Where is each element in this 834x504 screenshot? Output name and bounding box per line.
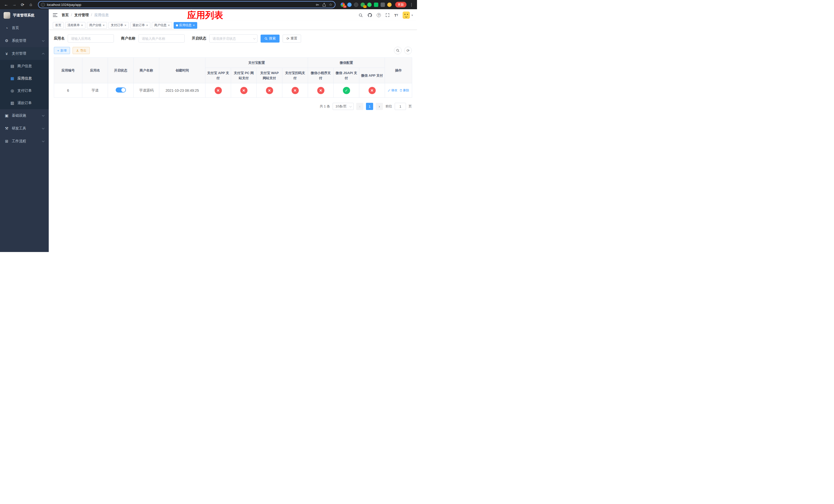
fullscreen-icon[interactable] bbox=[386, 13, 390, 17]
close-icon[interactable]: × bbox=[81, 24, 83, 27]
extensions-puzzle-icon[interactable] bbox=[380, 3, 385, 7]
app-shell: 芋道管理系统 ◔ 首页 ⚙ 系统管理 ¥ 支付管理 bbox=[0, 9, 417, 252]
close-icon[interactable]: × bbox=[124, 24, 127, 27]
browser-back-button[interactable]: ← bbox=[3, 1, 10, 8]
refresh-table-button[interactable]: ⟳ bbox=[404, 47, 412, 54]
extension-icon-dark[interactable] bbox=[354, 3, 358, 7]
extension-icon-1[interactable]: 10 bbox=[341, 3, 345, 7]
tab-pay-orders[interactable]: 支付订单 × bbox=[109, 22, 129, 29]
active-tab-dot bbox=[176, 24, 178, 26]
sidebar-item-merchant-info[interactable]: ▤ 商户信息 bbox=[0, 60, 49, 72]
add-button[interactable]: + 新增 bbox=[54, 47, 70, 54]
avatar-badge: 1 bbox=[364, 5, 367, 8]
main-area: 首页 支付管理 应用信息 应用列表 ? TT bbox=[49, 9, 417, 252]
font-size-icon[interactable]: TT bbox=[394, 13, 398, 18]
tab-refund-orders[interactable]: 退款订单 × bbox=[130, 22, 151, 29]
share-icon[interactable] bbox=[322, 3, 326, 7]
chevron-down-icon bbox=[42, 39, 45, 42]
edit-link[interactable]: 修改 bbox=[388, 88, 397, 93]
address-bar[interactable]: i localhost:1024/pay/app ☆ bbox=[38, 1, 335, 8]
wechat-app-status-icon bbox=[369, 87, 376, 94]
merchant-name-label: 商户名称 bbox=[121, 36, 135, 41]
status-select-input[interactable] bbox=[209, 35, 258, 43]
status-toggle[interactable] bbox=[116, 87, 126, 93]
tab-user-group[interactable]: 用户分组 × bbox=[87, 22, 107, 29]
sidebar-item-label: 系统管理 bbox=[12, 39, 26, 43]
search-icon[interactable] bbox=[358, 13, 363, 18]
browser-home-button[interactable]: ⌂ bbox=[27, 1, 35, 8]
app-logo-row[interactable]: 芋道管理系统 bbox=[0, 9, 49, 22]
bookmark-star-icon[interactable]: ☆ bbox=[329, 2, 332, 7]
extension-icon-wechat[interactable] bbox=[374, 3, 378, 7]
grid-icon: ▦ bbox=[10, 76, 14, 81]
url-text[interactable]: localhost:1024/pay/app bbox=[47, 3, 313, 7]
sidebar-item-system[interactable]: ⚙ 系统管理 bbox=[0, 35, 49, 47]
tab-label: 商户信息 bbox=[154, 23, 167, 27]
close-icon[interactable]: × bbox=[168, 24, 170, 27]
delete-link[interactable]: 删除 bbox=[399, 88, 409, 93]
app-name-input[interactable] bbox=[68, 35, 114, 43]
tab-app-info[interactable]: 应用信息 × bbox=[174, 22, 197, 29]
card-icon: ▤ bbox=[10, 64, 14, 68]
chevron-up-icon bbox=[42, 53, 45, 55]
sidebar-item-workflow[interactable]: ⊞ 工作流程 bbox=[0, 135, 49, 148]
sidebar-item-refund-orders[interactable]: ▥ 退款订单 bbox=[0, 97, 49, 109]
page-size-select[interactable]: 10条/页 bbox=[333, 103, 354, 110]
sidebar-toggle-icon[interactable] bbox=[53, 13, 58, 17]
extension-icon-check[interactable] bbox=[367, 3, 372, 7]
close-icon[interactable]: × bbox=[103, 24, 105, 27]
cell-app-name: 芋道 bbox=[82, 83, 108, 98]
breadcrumb-payment[interactable]: 支付管理 bbox=[71, 13, 89, 18]
reset-button[interactable]: ⟳ 重置 bbox=[283, 35, 301, 43]
sidebar-item-label: 基础设施 bbox=[12, 113, 26, 118]
tab-process-form[interactable]: 流程表单 × bbox=[65, 22, 85, 29]
col-status: 开启状态 bbox=[108, 58, 134, 83]
sidebar-item-pay-orders[interactable]: ◎ 支付订单 bbox=[0, 85, 49, 97]
user-avatar bbox=[403, 12, 410, 19]
site-info-icon[interactable]: i bbox=[41, 3, 45, 7]
password-key-icon[interactable] bbox=[315, 3, 319, 7]
breadcrumb-home[interactable]: 首页 bbox=[62, 13, 69, 18]
sidebar-item-infrastructure[interactable]: ▣ 基础设施 bbox=[0, 109, 49, 122]
cell-app-id: 6 bbox=[54, 83, 82, 98]
export-button[interactable]: 导出 bbox=[72, 47, 90, 54]
col-created: 创建时间 bbox=[159, 58, 205, 83]
col-app-name: 应用名 bbox=[82, 58, 108, 83]
close-icon[interactable]: × bbox=[193, 24, 195, 27]
status-select[interactable] bbox=[209, 35, 258, 43]
user-menu[interactable]: ▾ bbox=[403, 12, 413, 19]
extension-icon-droplet[interactable] bbox=[347, 3, 352, 7]
tab-merchant-info[interactable]: 商户信息 × bbox=[152, 22, 172, 29]
tab-home[interactable]: 首页 bbox=[53, 22, 64, 29]
browser-refresh-button[interactable]: ⟳ bbox=[19, 1, 26, 8]
search-button[interactable]: 搜索 bbox=[261, 35, 280, 43]
app-name-label: 应用名 bbox=[54, 36, 65, 41]
alipay-scan-status-icon bbox=[291, 87, 299, 94]
sidebar-item-payment[interactable]: ¥ 支付管理 bbox=[0, 47, 49, 60]
github-icon[interactable] bbox=[368, 13, 372, 18]
toggle-search-button[interactable] bbox=[394, 47, 402, 54]
app-title: 芋道管理系统 bbox=[13, 13, 35, 18]
browser-menu-icon[interactable]: ⋮ bbox=[409, 2, 414, 7]
gear-icon: ⚙ bbox=[5, 39, 9, 43]
browser-update-button[interactable]: 更新 bbox=[395, 2, 407, 7]
goto-page-input[interactable] bbox=[395, 103, 406, 110]
next-page-button[interactable]: › bbox=[376, 103, 383, 110]
merchant-name-input[interactable] bbox=[138, 35, 185, 43]
top-navbar: 首页 支付管理 应用信息 应用列表 ? TT bbox=[49, 9, 417, 21]
alipay-wap-status-icon bbox=[266, 87, 273, 94]
close-icon[interactable]: × bbox=[146, 24, 148, 27]
sidebar-item-home[interactable]: ◔ 首页 bbox=[0, 22, 49, 35]
app-logo-image bbox=[4, 12, 10, 19]
extension-icon-smiley[interactable] bbox=[387, 3, 392, 7]
help-icon[interactable]: ? bbox=[377, 13, 381, 17]
page-suffix-label: 页 bbox=[409, 104, 412, 109]
prev-page-button[interactable]: ‹ bbox=[356, 103, 364, 110]
sidebar-item-label: 支付管理 bbox=[12, 51, 26, 56]
browser-forward-button[interactable]: → bbox=[11, 1, 18, 8]
table-row: 6 芋道 芋道源码 2021-10-23 08:49:25 bbox=[54, 83, 412, 98]
extension-icon-avatar[interactable]: 1 bbox=[360, 3, 365, 7]
sidebar-item-app-info[interactable]: ▦ 应用信息 bbox=[0, 72, 49, 85]
col-wechat-mini: 微信小程序支付 bbox=[308, 68, 334, 83]
sidebar-item-dev-tools[interactable]: ⚒ 研发工具 bbox=[0, 122, 49, 135]
